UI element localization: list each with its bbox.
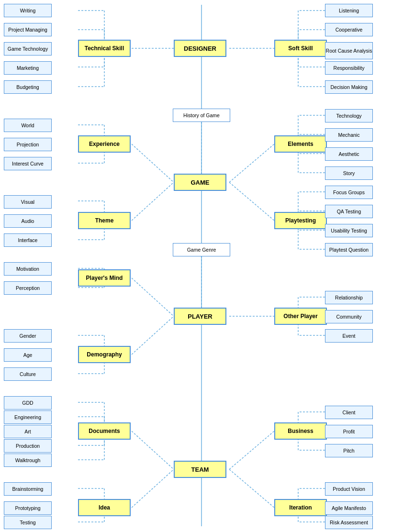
marketing-node: Marketing <box>4 61 52 75</box>
soft-skill-node: Soft Skill <box>274 40 327 57</box>
story-node: Story <box>325 166 373 180</box>
business-node: Business <box>274 422 327 440</box>
usability-testing-node: Usability Testing <box>325 224 373 237</box>
svg-line-44 <box>229 182 274 221</box>
agile-manifesto-node: Agile Manifesto <box>325 501 373 515</box>
prototyping-node: Prototyping <box>4 501 52 515</box>
perception-node: Perception <box>4 281 52 295</box>
event-node: Event <box>325 329 373 343</box>
budgeting-node: Budgeting <box>4 80 52 94</box>
cooperative-node: Cooperative <box>325 23 373 36</box>
theme-node: Theme <box>78 212 131 229</box>
gender-node: Gender <box>4 329 52 343</box>
documents-node: Documents <box>78 422 131 440</box>
player-node: PLAYER <box>174 308 226 325</box>
testing-node: Testing <box>4 516 52 529</box>
interest-curve-node: Interest Curve <box>4 157 52 170</box>
players-mind-node: Player's Mind <box>78 269 131 287</box>
root-cause-node: Root Cause Analysis <box>325 42 373 59</box>
svg-line-23 <box>132 144 174 182</box>
game-technology-node: Game Technology <box>4 42 52 55</box>
technical-skill-node: Technical Skill <box>78 40 131 57</box>
risk-assessment-node: Risk Assessment <box>325 516 373 529</box>
engineering-node: Engineering <box>4 410 52 424</box>
team-node: TEAM <box>174 461 226 478</box>
other-player-node: Other Player <box>274 308 327 325</box>
designer-node: DESIGNER <box>174 40 226 57</box>
art-node: Art <box>4 425 52 438</box>
qa-testing-node: QA Testing <box>325 205 373 218</box>
aesthetic-node: Aesthetic <box>325 147 373 161</box>
client-node: Client <box>325 406 373 419</box>
motivation-node: Motivation <box>4 262 52 276</box>
writing-node: Writing <box>4 4 52 17</box>
iteration-node: Iteration <box>274 499 327 516</box>
listening-node: Listening <box>325 4 373 17</box>
community-node: Community <box>325 310 373 323</box>
svg-line-82 <box>229 431 274 469</box>
visual-node: Visual <box>4 195 52 209</box>
gdd-node: GDD <box>4 396 52 410</box>
demography-node: Demography <box>78 346 131 363</box>
brainstorming-node: Brainstorming <box>4 482 52 496</box>
responsibility-node: Responsibility <box>325 61 373 75</box>
playtest-question-node: Playtest Question <box>325 243 373 256</box>
decision-making-node: Decision Making <box>325 80 373 94</box>
elements-node: Elements <box>274 135 327 153</box>
interface-node: Interface <box>4 233 52 247</box>
playtesting-node: Playtesting <box>274 212 327 229</box>
projection-node: Projection <box>4 138 52 151</box>
svg-line-66 <box>132 316 174 355</box>
culture-node: Culture <box>4 367 52 381</box>
focus-groups-node: Focus Groups <box>325 186 373 199</box>
svg-line-43 <box>132 182 174 221</box>
svg-line-55 <box>132 278 174 316</box>
svg-line-94 <box>229 469 274 508</box>
game-genre-node: Game Genre <box>173 243 230 256</box>
world-node: World <box>4 119 52 132</box>
relationship-node: Relationship <box>325 291 373 304</box>
history-game-node: History of Game <box>173 109 230 122</box>
walkthrough-node: Walktrough <box>4 454 52 467</box>
diagram-container: .dashed { stroke: #6ab0e0; stroke-width:… <box>0 0 403 532</box>
svg-line-72 <box>132 431 174 469</box>
audio-node: Audio <box>4 214 52 228</box>
experience-node: Experience <box>78 135 131 153</box>
age-node: Age <box>4 348 52 362</box>
mechanic-node: Mechanic <box>325 128 373 142</box>
pitch-node: Pitch <box>325 444 373 457</box>
svg-line-24 <box>229 144 274 182</box>
project-managing-node: Project Managing <box>4 23 52 36</box>
game-node: GAME <box>174 174 226 191</box>
production-node: Production <box>4 439 52 453</box>
profit-node: Profit <box>325 425 373 438</box>
svg-line-88 <box>132 469 174 508</box>
product-vision-node: Product Vision <box>325 482 373 496</box>
idea-node: Idea <box>78 499 131 516</box>
technology-node: Technology <box>325 109 373 122</box>
